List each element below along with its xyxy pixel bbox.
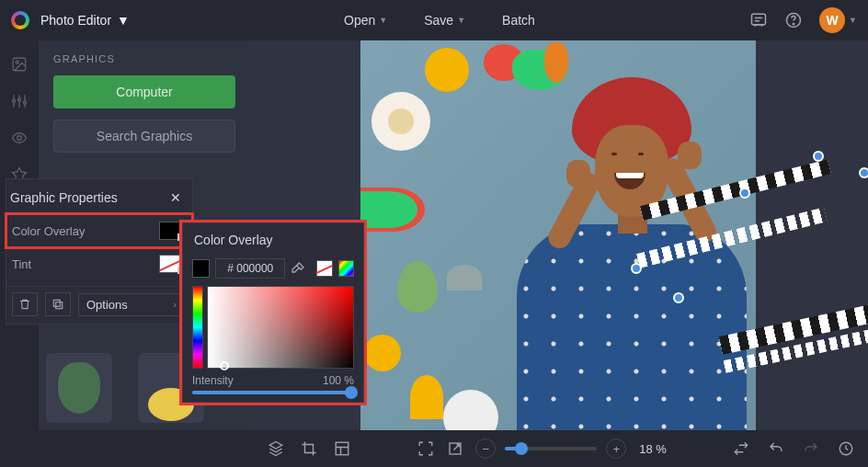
- save-menu[interactable]: Save ▼: [417, 9, 473, 31]
- graphic-properties-title: Graphic Properties: [10, 190, 118, 205]
- redo-icon[interactable]: [802, 439, 820, 458]
- layout-icon[interactable]: [333, 439, 351, 458]
- save-label: Save: [424, 13, 453, 28]
- svg-point-2: [793, 24, 794, 25]
- intensity-thumb[interactable]: [345, 386, 358, 399]
- graphic-properties-panel: Graphic Properties ✕ Color Overlay Tint …: [6, 178, 193, 325]
- picker-handle[interactable]: [220, 361, 229, 370]
- chevron-right-icon: ›: [173, 299, 177, 310]
- help-icon[interactable]: [784, 11, 803, 29]
- history-icon[interactable]: [837, 439, 855, 458]
- svg-point-4: [16, 61, 18, 63]
- zoom-out-button[interactable]: −: [475, 439, 496, 459]
- svg-rect-11: [53, 300, 60, 306]
- no-color-swatch[interactable]: [316, 260, 332, 277]
- eyedropper-icon[interactable]: [291, 261, 305, 276]
- intensity-label: Intensity: [192, 374, 234, 387]
- saturation-value-picker[interactable]: [207, 286, 354, 369]
- search-graphics-button[interactable]: Search Graphics: [53, 120, 235, 153]
- color-overlay-label: Color Overlay: [12, 224, 85, 238]
- tint-label: Tint: [12, 257, 31, 271]
- app-logo: [11, 11, 29, 29]
- handle-top-right[interactable]: [813, 151, 824, 162]
- handle-left[interactable]: [631, 263, 642, 274]
- photo-preview: [360, 40, 756, 430]
- current-color-swatch[interactable]: [192, 259, 210, 278]
- handle-right[interactable]: [859, 167, 868, 178]
- chevron-down-icon: ▼: [379, 16, 387, 25]
- hue-slider[interactable]: [192, 286, 203, 369]
- app-title-dropdown[interactable]: Photo Editor ▼: [40, 13, 130, 28]
- zoom-in-button[interactable]: +: [606, 439, 626, 459]
- options-label: Options: [86, 298, 128, 312]
- intensity-slider[interactable]: [192, 391, 354, 394]
- computer-button[interactable]: Computer: [53, 75, 235, 108]
- graphic-thumb-pepper[interactable]: [46, 353, 112, 423]
- handle-top-left[interactable]: [739, 188, 750, 199]
- feedback-icon[interactable]: [749, 11, 768, 29]
- tint-row[interactable]: Tint: [6, 247, 192, 280]
- duplicate-icon[interactable]: [45, 292, 71, 316]
- svg-rect-0: [752, 14, 766, 25]
- color-overlay-row[interactable]: Color Overlay: [6, 214, 192, 247]
- delete-icon[interactable]: [12, 292, 38, 316]
- svg-point-5: [13, 100, 16, 103]
- fit-screen-icon[interactable]: [417, 439, 435, 458]
- color-overlay-popover-title: Color Overlay: [183, 223, 363, 255]
- layers-icon[interactable]: [267, 439, 285, 458]
- svg-point-8: [17, 136, 22, 141]
- compare-icon[interactable]: [732, 439, 750, 458]
- open-label: Open: [344, 13, 375, 28]
- zoom-slider[interactable]: [505, 447, 597, 450]
- handle-bottom-left[interactable]: [673, 292, 684, 303]
- graphics-section-title: GRAPHICS: [53, 53, 235, 64]
- visibility-icon[interactable]: [10, 129, 29, 147]
- svg-rect-12: [336, 442, 348, 455]
- close-icon[interactable]: ✕: [170, 190, 181, 205]
- batch-label: Batch: [502, 13, 535, 28]
- image-tool-icon[interactable]: [10, 55, 29, 74]
- svg-point-6: [18, 98, 21, 101]
- svg-point-7: [24, 101, 27, 104]
- expand-icon[interactable]: [446, 439, 464, 458]
- crop-icon[interactable]: [300, 439, 318, 458]
- options-dropdown[interactable]: Options ›: [78, 293, 185, 316]
- zoom-thumb[interactable]: [515, 442, 528, 455]
- batch-button[interactable]: Batch: [495, 9, 542, 31]
- open-menu[interactable]: Open ▼: [337, 9, 394, 31]
- rainbow-swatch[interactable]: [338, 260, 354, 277]
- zoom-label: 18 %: [639, 442, 667, 456]
- chevron-down-icon: ▼: [849, 16, 857, 25]
- user-avatar[interactable]: W: [819, 7, 845, 33]
- sliders-icon[interactable]: [10, 92, 29, 110]
- chevron-down-icon: ▼: [117, 13, 130, 28]
- chevron-down-icon: ▼: [457, 16, 465, 25]
- svg-rect-10: [56, 302, 63, 309]
- hex-input[interactable]: # 000000: [215, 258, 285, 279]
- undo-icon[interactable]: [767, 439, 785, 458]
- color-overlay-popover: Color Overlay # 000000 Intensity 100 %: [182, 222, 364, 403]
- avatar-initial: W: [826, 13, 838, 28]
- app-title-text: Photo Editor: [40, 13, 111, 28]
- intensity-value: 100 %: [323, 374, 354, 387]
